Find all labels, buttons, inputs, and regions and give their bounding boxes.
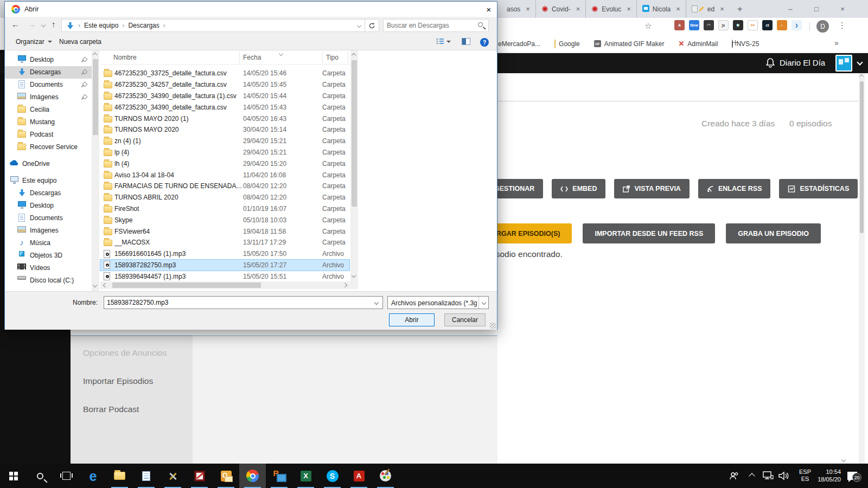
file-row[interactable]: zn (4) (1)29/04/20 15:21Carpeta — [100, 136, 349, 147]
file-row[interactable]: 1589396494457 (1).mp315/05/20 15:51Archi… — [100, 271, 349, 282]
browser-tab[interactable]: Nicola× — [636, 0, 686, 18]
sidebar-item-objetos-3d[interactable]: Objetos 3D — [5, 249, 92, 262]
file-list-hscrollbar-thumb[interactable] — [112, 282, 261, 288]
taskbar-chrome-icon[interactable] — [239, 464, 266, 488]
gear-icon[interactable]: ✱ — [733, 20, 743, 30]
open-button[interactable]: Abrir — [389, 313, 435, 326]
account-chevron-down-icon[interactable] — [857, 59, 863, 65]
page-scrollbar-thumb[interactable] — [860, 81, 864, 233]
upload-button[interactable]: GRABA UN EPISODIO — [726, 223, 821, 243]
hammer-icon[interactable]: ⌐ — [777, 20, 787, 30]
file-name-input[interactable] — [107, 298, 367, 307]
file-row[interactable]: 1589387282750.mp315/05/20 17:27Archivo — [100, 260, 349, 271]
bookmarks-overflow-icon[interactable]: » — [834, 38, 839, 47]
bookmark-item[interactable]: ✕AdminMail — [678, 40, 718, 48]
taskbar-acrobat-icon[interactable]: A — [346, 464, 372, 488]
file-row[interactable]: 467235230_34390_detalle_factura.csv14/05… — [100, 101, 349, 113]
sidebar-item-im-genes[interactable]: Imágenes — [5, 224, 92, 237]
tab-close-icon[interactable]: × — [627, 5, 631, 13]
taskbar-skype-icon[interactable]: S — [319, 464, 346, 488]
file-row[interactable]: lp (4)29/04/20 15:21Carpeta — [100, 147, 349, 158]
forward-icon[interactable]: → — [28, 20, 36, 29]
new-folder-button[interactable]: Nueva carpeta — [59, 38, 101, 46]
feather-icon[interactable]: ❯ — [792, 20, 802, 30]
sidebar-item-disco-local-c-[interactable]: Disco local (C:) — [5, 274, 92, 287]
file-type-select[interactable]: Archivos personalizados (*.3gp; — [387, 296, 489, 309]
browser-tab[interactable]: Evoluc× — [585, 0, 636, 18]
file-row[interactable]: TURNOS MAYO 2020 (1)04/05/20 16:43Carpet… — [100, 113, 349, 124]
action-button[interactable]: ENLACE RSS — [698, 179, 771, 198]
bookmark-star-icon[interactable]: ☆ — [644, 21, 652, 31]
site-sidebar-link[interactable]: Borrar Podcast — [83, 404, 139, 414]
tab-close-icon[interactable]: × — [720, 5, 724, 13]
dialog-close-button[interactable]: × — [481, 2, 496, 17]
sidebar-item-im-genes[interactable]: Imágenes — [5, 91, 92, 104]
taskbar-excel-icon[interactable]: X — [292, 464, 319, 488]
sidebar-item-este-equipo[interactable]: Este equipo — [5, 175, 92, 187]
organize-menu[interactable]: Organizar — [16, 38, 52, 46]
sidebar-item-documents[interactable]: Documents — [5, 212, 92, 224]
back-icon[interactable]: ← — [11, 20, 20, 29]
file-row[interactable]: TURNOS ABRIL 202008/04/20 12:20Carpeta — [100, 192, 349, 203]
profile-avatar[interactable]: D — [816, 20, 829, 33]
file-row[interactable]: 467235230_34257_detalle_factura.csv14/05… — [100, 79, 349, 91]
tab-close-icon[interactable]: × — [576, 5, 580, 13]
notifications-bell-icon[interactable] — [765, 57, 776, 68]
action-button[interactable]: VISTA PREVIA — [614, 179, 689, 198]
file-row[interactable]: Aviso 13-04 al 18-0411/04/20 16:08Carpet… — [100, 169, 349, 181]
taskbar-task-view-icon[interactable] — [53, 464, 80, 488]
tree-scrollbar-thumb[interactable] — [93, 59, 98, 135]
site-sidebar-link[interactable]: Opciones de Anuncios — [83, 348, 167, 358]
upload-button[interactable]: IMPORTAR DESDE UN FEED RSS — [583, 223, 715, 243]
action-button[interactable]: EMBED — [552, 179, 605, 198]
sidebar-item-cecilia[interactable]: Cecilia — [5, 104, 92, 116]
file-row[interactable]: FARMACIAS DE TURNO DE ENSENADA...08/04/2… — [100, 181, 349, 192]
bookmark-item[interactable]: GIFAnimated GIF Maker — [594, 40, 665, 48]
bookmark-item[interactable]: Google — [554, 40, 580, 48]
column-header-type[interactable]: Tipo — [326, 54, 339, 61]
up-icon[interactable]: ↑ — [52, 20, 56, 29]
taskbar-tools-icon[interactable] — [159, 464, 186, 488]
sidebar-item-recover-service[interactable]: Recover Service — [5, 141, 92, 153]
breadcrumb-this-pc[interactable]: Este equipo — [84, 22, 118, 29]
clock[interactable]: 10:54 18/05/20 — [811, 464, 841, 488]
sidebar-item-v-deos[interactable]: Vídeos — [5, 262, 92, 274]
volume-icon[interactable] — [778, 464, 793, 488]
js-icon[interactable]: js — [718, 20, 729, 30]
sidebar-item-m-sica[interactable]: ♪Música — [5, 237, 92, 249]
taskbar-paint-icon[interactable] — [372, 464, 399, 488]
taskbar-edge-icon[interactable]: e — [80, 464, 106, 488]
search-input[interactable] — [387, 21, 474, 30]
sidebar-item-desktop[interactable]: Desktop — [5, 200, 92, 212]
search-icon[interactable] — [478, 22, 483, 27]
window-close-button[interactable]: × — [833, 0, 852, 18]
browser-tab[interactable]: ed× — [686, 0, 730, 18]
tray-chevron-up-icon[interactable] — [750, 464, 761, 488]
file-row[interactable]: Skype05/10/18 10:03Carpeta — [100, 214, 349, 226]
action-button[interactable]: ESTADÍSTICAS — [779, 179, 858, 198]
help-button[interactable]: ? — [480, 38, 489, 47]
bookmark-item[interactable]: eMercadoPa... — [495, 40, 540, 48]
breadcrumb[interactable]: › Este equipo › Descargas › — [61, 19, 365, 32]
file-row[interactable]: __MACOSX13/11/17 17:29Carpeta — [100, 237, 349, 248]
sidebar-item-documents[interactable]: Documents — [5, 79, 92, 91]
taskbar-search-icon[interactable] — [27, 464, 53, 488]
column-header-date[interactable]: Fecha — [243, 54, 261, 61]
site-sidebar-link[interactable]: Importar Episodios — [83, 376, 153, 386]
tab-close-icon[interactable]: × — [526, 5, 530, 13]
window-minimize-button[interactable]: – — [781, 0, 800, 18]
sidebar-item-podcast[interactable]: Podcast — [5, 129, 92, 141]
column-header-name[interactable]: Nombre — [113, 54, 137, 61]
ct-icon[interactable]: ct — [762, 20, 773, 30]
dialog-title-bar[interactable]: Abrir × — [5, 2, 497, 17]
taskbar-start-icon[interactable] — [0, 464, 27, 488]
people-icon[interactable] — [729, 464, 742, 488]
new-tab-button[interactable]: + — [730, 4, 750, 15]
taskbar-remote-desktop-icon[interactable] — [266, 464, 292, 488]
sidebar-item-descargas[interactable]: Descargas — [5, 66, 92, 79]
file-row[interactable]: 467235230_33725_detalle_factura.csv14/05… — [100, 68, 349, 79]
browser-tab[interactable]: asos× — [498, 0, 535, 18]
browser-tab[interactable]: Covid-× — [535, 0, 585, 18]
invid-icon[interactable]: »» — [748, 20, 758, 30]
sidebar-item-descargas[interactable]: Descargas — [5, 187, 92, 200]
